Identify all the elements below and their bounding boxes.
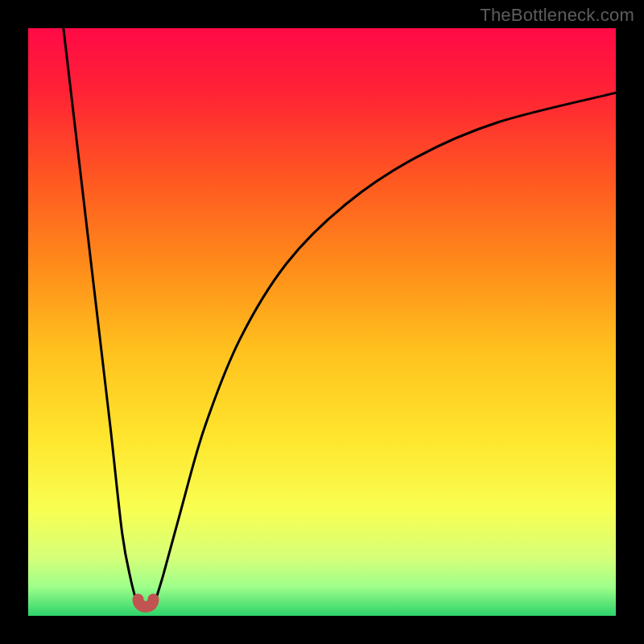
chart-frame: TheBottleneck.com xyxy=(0,0,644,644)
watermark-text: TheBottleneck.com xyxy=(480,5,634,26)
curve-left-branch xyxy=(64,28,138,607)
curve-layer xyxy=(28,28,616,616)
curve-right-branch xyxy=(153,93,616,607)
plot-area xyxy=(28,28,616,616)
optimal-marker-icon xyxy=(138,600,154,607)
